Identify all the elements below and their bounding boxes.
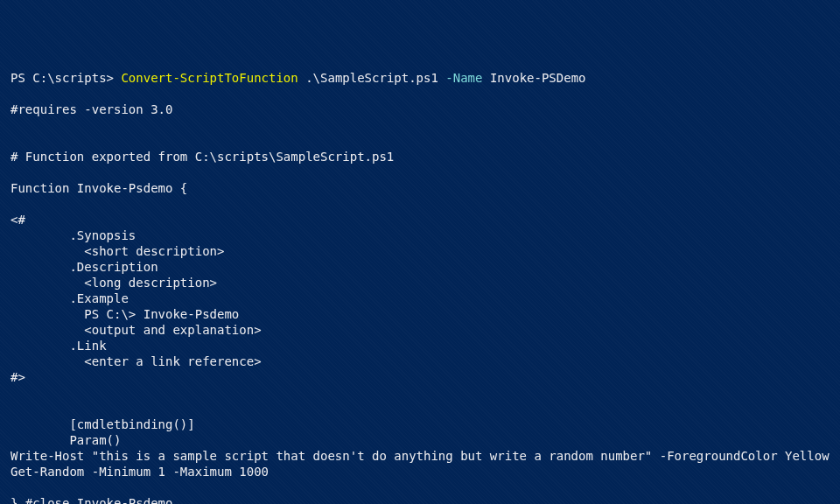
write-host-line: Write-Host "this is a sample script that… [10,449,830,463]
help-link-ref: <enter a link reference> [10,354,262,368]
close-function: } #close Invoke-Psdemo [10,496,172,504]
help-example-cmd: PS C:\> Invoke-Psdemo [10,307,239,321]
function-declaration: Function Invoke-Psdemo { [10,181,187,195]
script-path-arg: .\SampleScript.ps1 [305,71,438,85]
param-block: Param() [10,433,121,447]
name-value: Invoke-PSDemo [490,71,586,85]
help-example: .Example [10,291,129,305]
requires-line: #requires -version 3.0 [10,102,172,116]
space [482,71,489,85]
cmdletbinding-attr: [cmdletbinding()] [10,417,195,431]
name-parameter: -Name [445,71,482,85]
help-long-desc: <long description> [10,276,217,290]
help-synopsis: .Synopsis [10,228,136,242]
terminal-output[interactable]: PS C:\scripts> Convert-ScriptToFunction … [10,70,830,504]
help-short-desc: <short description> [10,244,224,258]
help-block-close: #> [10,370,25,384]
export-comment: # Function exported from C:\scripts\Samp… [10,150,394,164]
ps-prompt: PS C:\scripts> [10,71,121,85]
help-block-open: <# [10,213,25,227]
help-description: .Description [10,260,158,274]
command-name: Convert-ScriptToFunction [121,71,298,85]
help-link: .Link [10,339,107,353]
get-random-line: Get-Random -Minimum 1 -Maximum 1000 [10,465,269,479]
space [298,71,305,85]
help-example-output: <output and explanation> [10,323,262,337]
